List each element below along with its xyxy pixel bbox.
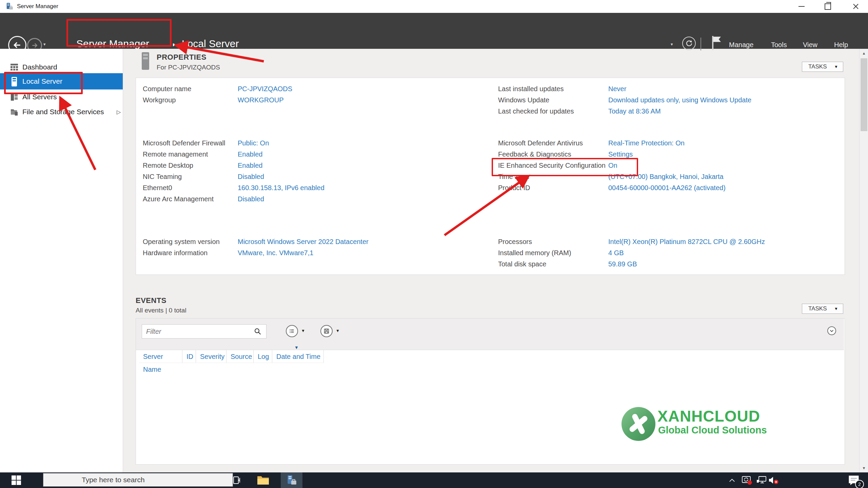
- tray-windows-update-button[interactable]: [740, 472, 754, 488]
- action-center-button[interactable]: 2: [843, 472, 865, 488]
- list-icon: [289, 328, 295, 334]
- queries-dropdown-icon[interactable]: ▼: [301, 328, 305, 333]
- property-value-link[interactable]: Enabled: [238, 149, 262, 160]
- property-value-link[interactable]: Never: [608, 83, 626, 95]
- saved-queries-button[interactable]: [286, 325, 298, 337]
- close-icon: [853, 3, 859, 9]
- minimize-button[interactable]: [791, 0, 812, 13]
- property-value-link[interactable]: 59.89 GB: [608, 259, 637, 270]
- save-query-button[interactable]: [320, 325, 333, 337]
- forward-arrow-icon: [31, 42, 38, 49]
- refresh-button[interactable]: [682, 37, 696, 50]
- property-value-link[interactable]: Settings: [608, 149, 633, 160]
- property-value-link[interactable]: 160.30.158.13, IPv6 enabled: [238, 182, 324, 194]
- server-manager-window: Server Manager ▾ Server Manager ▸ Local …: [0, 0, 868, 488]
- properties-tasks-button[interactable]: TASKS ▼: [802, 62, 843, 72]
- property-value-link[interactable]: Enabled: [238, 160, 262, 171]
- sidebar-item-file-storage-services[interactable]: File and Storage Services ▷: [0, 104, 123, 119]
- property-row: Microsoft Defender AntivirusReal-Time Pr…: [498, 138, 726, 149]
- task-view-button[interactable]: [226, 472, 245, 488]
- property-label: Total disk space: [498, 259, 608, 270]
- property-label: Windows Update: [498, 95, 608, 106]
- property-value-link[interactable]: (UTC+07:00) Bangkok, Hanoi, Jakarta: [608, 171, 724, 182]
- save-dropdown-icon[interactable]: ▼: [336, 328, 340, 333]
- property-label: Last checked for updates: [498, 106, 608, 117]
- restore-button[interactable]: [817, 0, 838, 13]
- property-row: Last checked for updatesToday at 8:36 AM: [498, 106, 751, 117]
- back-arrow-icon: [13, 41, 22, 49]
- properties-group: Operating system versionMicrosoft Window…: [143, 236, 369, 259]
- property-label: Workgroup: [143, 95, 238, 106]
- task-view-icon: [231, 475, 241, 486]
- tray-expand-button[interactable]: [726, 472, 738, 488]
- property-value-link[interactable]: 00454-60000-00001-AA262 (activated): [608, 182, 726, 194]
- file-explorer-button[interactable]: [254, 472, 273, 488]
- column-header-severity[interactable]: Severity: [196, 350, 226, 363]
- property-value-link[interactable]: Real-Time Protection: On: [608, 138, 685, 149]
- property-value-link[interactable]: WORKGROUP: [238, 95, 284, 106]
- file-explorer-icon: [257, 475, 269, 485]
- column-header-id[interactable]: ID: [182, 350, 196, 363]
- property-label: Feedback & Diagnostics: [498, 149, 608, 160]
- column-header-server-name[interactable]: Server Name: [139, 350, 182, 363]
- property-value-link[interactable]: Disabled: [238, 194, 264, 205]
- property-row: WorkgroupWORKGROUP: [143, 95, 292, 106]
- breadcrumb-current[interactable]: Local Server: [182, 38, 239, 49]
- menu-help[interactable]: Help: [834, 40, 848, 49]
- tray-volume-muted-button[interactable]: [766, 472, 781, 488]
- filter-input[interactable]: [142, 324, 267, 339]
- column-header-log[interactable]: Log: [254, 350, 272, 363]
- start-button[interactable]: [0, 472, 33, 488]
- history-dropdown-icon[interactable]: ▾: [43, 42, 46, 47]
- xanhcloud-logo-icon: [622, 407, 655, 441]
- expand-arrow-icon[interactable]: ▷: [117, 109, 121, 115]
- close-button[interactable]: [843, 0, 868, 13]
- property-label: NIC Teaming: [143, 171, 238, 182]
- scroll-up-arrow[interactable]: ▲: [860, 49, 868, 58]
- server-manager-taskbar-button[interactable]: [281, 472, 302, 488]
- property-label: Ethernet0: [143, 182, 238, 194]
- property-value-link[interactable]: Today at 8:36 AM: [608, 106, 661, 117]
- vertical-scrollbar[interactable]: ▲ ▼: [859, 49, 868, 472]
- local-server-icon: [11, 77, 18, 88]
- property-label: Product ID: [498, 182, 608, 194]
- scrollbar-thumb[interactable]: [861, 58, 867, 131]
- minimize-icon: [798, 6, 805, 7]
- sidebar-item-all-servers[interactable]: All Servers: [0, 89, 123, 104]
- property-row: Windows UpdateDownload updates only, usi…: [498, 95, 751, 106]
- property-label: Last installed updates: [498, 83, 608, 95]
- volume-muted-icon: [768, 476, 779, 485]
- property-label: Computer name: [143, 83, 238, 95]
- sidebar-item-local-server[interactable]: Local Server: [0, 73, 123, 89]
- property-value-link[interactable]: Intel(R) Xeon(R) Platinum 8272CL CPU @ 2…: [608, 236, 765, 247]
- properties-group: Microsoft Defender AntivirusReal-Time Pr…: [498, 138, 726, 194]
- column-header-date-time[interactable]: Date and Time: [272, 350, 324, 363]
- sidebar-item-dashboard[interactable]: Dashboard: [0, 60, 123, 74]
- properties-heading: PROPERTIES: [157, 53, 206, 62]
- events-tasks-button[interactable]: TASKS ▼: [802, 304, 843, 314]
- save-icon: [323, 328, 330, 334]
- collapse-section-button[interactable]: [827, 326, 836, 335]
- property-label: Microsoft Defender Antivirus: [498, 138, 608, 149]
- property-value-link[interactable]: Disabled: [238, 171, 264, 182]
- property-value-link[interactable]: 4 GB: [608, 247, 624, 259]
- property-value-link[interactable]: PC-JPVIZQAODS: [238, 83, 292, 95]
- property-value-link[interactable]: Download updates only, using Windows Upd…: [608, 95, 751, 106]
- menu-view[interactable]: View: [803, 40, 817, 49]
- menu-manage[interactable]: Manage: [729, 40, 753, 49]
- taskbar-search-input[interactable]: [43, 473, 233, 487]
- property-label: Microsoft Defender Firewall: [143, 138, 238, 149]
- menu-tools[interactable]: Tools: [771, 40, 787, 49]
- scroll-down-arrow[interactable]: ▼: [860, 464, 868, 472]
- breadcrumb-root[interactable]: Server Manager: [76, 38, 149, 49]
- notifications-dropdown-icon[interactable]: ▾: [671, 42, 673, 47]
- property-value-link[interactable]: On: [608, 160, 617, 171]
- property-value-link[interactable]: Microsoft Windows Server 2022 Datacenter: [238, 236, 369, 247]
- column-header-source[interactable]: Source: [226, 350, 254, 363]
- property-value-link[interactable]: VMware, Inc. VMware7,1: [238, 247, 313, 259]
- flag-icon[interactable]: [711, 35, 722, 52]
- events-table-header: Server Name ID Severity Source Log Date …: [139, 350, 324, 363]
- property-value-link[interactable]: Public: On: [238, 138, 269, 149]
- tasks-dropdown-icon: ▼: [834, 64, 838, 69]
- chevron-down-icon: [829, 328, 834, 333]
